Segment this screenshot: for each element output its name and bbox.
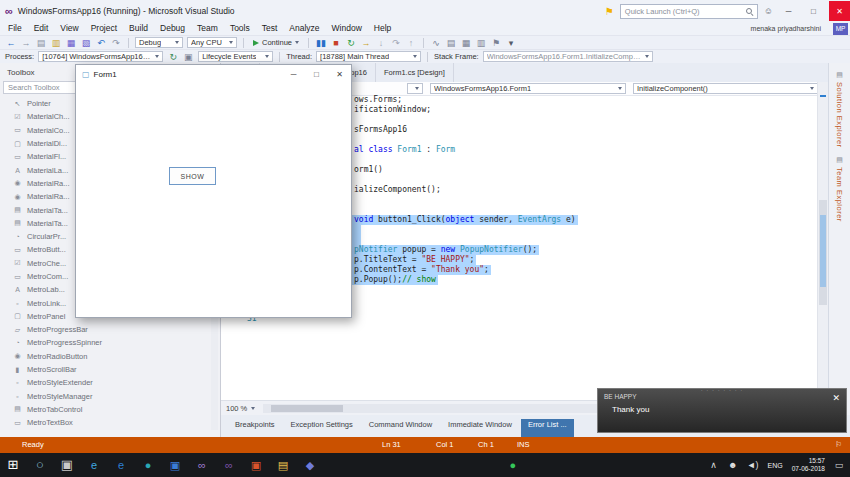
- notification-flag-icon[interactable]: ⚑: [605, 6, 614, 17]
- process-dropdown[interactable]: [10764] WindowsFormsApp16.exe: [38, 51, 163, 62]
- member-dropdown[interactable]: InitializeComponent(): [633, 83, 818, 94]
- minimize-button[interactable]: ─: [779, 1, 798, 21]
- toolbox-item[interactable]: ▮ MetroScrollBar: [0, 363, 220, 376]
- green-app-icon[interactable]: ●: [506, 453, 520, 477]
- user-avatar[interactable]: MP: [833, 23, 848, 35]
- menu-item[interactable]: File: [2, 22, 28, 35]
- toolbox-item[interactable]: ▫ MetroStyleManager: [0, 390, 220, 403]
- menu-item[interactable]: View: [54, 22, 84, 35]
- output-window-icon[interactable]: ▥: [475, 37, 487, 49]
- status-notification-icon[interactable]: ⚐: [835, 437, 842, 453]
- toolbox-item[interactable]: ▱ MetroProgressBar: [0, 323, 220, 336]
- form-close-button[interactable]: ✕: [328, 65, 351, 84]
- menu-item[interactable]: Team: [191, 22, 224, 35]
- toolbox-item[interactable]: ◔ MetroProgressSpinner: [0, 336, 220, 349]
- break-all-icon[interactable]: ▮▮: [315, 37, 327, 49]
- snapshot-icon[interactable]: ▣: [182, 51, 194, 63]
- stack-frame-dropdown[interactable]: WindowsFormsApp16.Form1.InitializeCompon…: [483, 51, 653, 62]
- step-into-icon[interactable]: ↓: [375, 37, 387, 49]
- menu-item[interactable]: Tools: [224, 22, 256, 35]
- forward-icon[interactable]: →: [20, 37, 32, 49]
- tray-chevron-icon[interactable]: ∧: [709, 453, 719, 477]
- code-line: sFormsApp16: [352, 125, 816, 135]
- show-next-statement-icon[interactable]: →: [360, 37, 372, 49]
- teal-app-icon[interactable]: ●: [141, 453, 155, 477]
- bottom-panel-tab[interactable]: Exception Settings: [284, 419, 360, 437]
- vs-installer-icon[interactable]: ◆: [303, 453, 317, 477]
- stop-icon[interactable]: ■: [330, 37, 342, 49]
- new-file-icon[interactable]: ▤: [35, 37, 47, 49]
- menu-item[interactable]: Project: [85, 22, 123, 35]
- form1-titlebar[interactable]: ▢ Form1 ─ □ ✕: [76, 65, 351, 84]
- platform-dropdown[interactable]: Any CPU: [187, 37, 237, 48]
- zoom-level[interactable]: 100 %: [226, 404, 247, 413]
- menu-item[interactable]: Build: [123, 22, 154, 35]
- bottom-panel-tab[interactable]: Breakpoints: [228, 419, 282, 437]
- quick-launch-input[interactable]: Quick Launch (Ctrl+Q): [620, 4, 758, 19]
- menu-item[interactable]: Analyze: [283, 22, 325, 35]
- form-maximize-button[interactable]: □: [305, 65, 328, 84]
- redo-icon[interactable]: ↷: [110, 37, 122, 49]
- continue-button[interactable]: Continue: [250, 38, 302, 47]
- internet-explorer-icon[interactable]: e: [114, 453, 128, 477]
- autohide-tab[interactable]: ▤ Solution Explorer: [829, 71, 850, 148]
- close-button[interactable]: ✕: [829, 1, 850, 21]
- autohide-tab[interactable]: ▤ Team Explorer: [829, 156, 850, 222]
- menu-item[interactable]: Help: [368, 22, 397, 35]
- menu-item[interactable]: Edit: [28, 22, 55, 35]
- feedback-icon[interactable]: ☺: [764, 6, 773, 16]
- save-all-icon[interactable]: ▧: [80, 37, 92, 49]
- edge-icon[interactable]: e: [87, 453, 101, 477]
- visual-studio-icon[interactable]: ∞: [195, 453, 209, 477]
- configuration-dropdown[interactable]: Debug: [135, 37, 183, 48]
- editor-scrollbar[interactable]: [817, 82, 828, 400]
- properties-icon[interactable]: ▦: [460, 37, 472, 49]
- blue-app-icon[interactable]: ▣: [168, 453, 182, 477]
- bottom-panel-tab[interactable]: Command Window: [362, 419, 439, 437]
- class-dropdown[interactable]: WindowsFormsApp16.Form1: [430, 83, 626, 94]
- toolbox-item[interactable]: ▤ MetroTabControl: [0, 403, 220, 416]
- open-file-icon[interactable]: ▥: [50, 37, 62, 49]
- visual-studio-2-icon[interactable]: ∞: [222, 453, 236, 477]
- undo-icon[interactable]: ↶: [95, 37, 107, 49]
- orange-app-icon[interactable]: ▣: [249, 453, 263, 477]
- overflow-icon[interactable]: ▾: [505, 37, 517, 49]
- project-dropdown[interactable]: [407, 83, 423, 94]
- show-button[interactable]: SHOW: [169, 167, 216, 185]
- people-icon[interactable]: ☻: [728, 453, 738, 477]
- action-center-icon[interactable]: ▭: [834, 453, 844, 477]
- flag-icon[interactable]: ⚑: [490, 37, 502, 49]
- toolbox-item[interactable]: ▭ MetroTextBox: [0, 416, 220, 429]
- scrollbar-thumb[interactable]: [271, 405, 343, 412]
- menu-item[interactable]: Debug: [154, 22, 191, 35]
- clock[interactable]: 15:57 07-06-2018: [792, 457, 825, 473]
- bottom-panel-tab[interactable]: Error List ...: [521, 419, 574, 437]
- save-icon[interactable]: ▦: [65, 37, 77, 49]
- refresh-icon[interactable]: ↻: [167, 51, 179, 63]
- form-minimize-button[interactable]: ─: [282, 65, 305, 84]
- menu-item[interactable]: Test: [256, 22, 284, 35]
- autohide-tab-label: Team Explorer: [835, 167, 844, 222]
- toolbox-item[interactable]: ◉ MetroRadioButton: [0, 350, 220, 363]
- maximize-button[interactable]: □: [804, 1, 823, 21]
- back-icon[interactable]: ←: [5, 37, 17, 49]
- start-button[interactable]: ⊞: [6, 453, 20, 477]
- diagnostics-icon[interactable]: ∿: [430, 37, 442, 49]
- restart-icon[interactable]: ↻: [345, 37, 357, 49]
- thread-dropdown[interactable]: [18788] Main Thread: [316, 51, 421, 62]
- task-view-icon[interactable]: ▣: [60, 453, 74, 477]
- file-explorer-icon[interactable]: ▤: [276, 453, 290, 477]
- menu-item[interactable]: Window: [326, 22, 368, 35]
- toolbox-item[interactable]: ▫ MetroStyleExtender: [0, 376, 220, 389]
- step-out-icon[interactable]: ↑: [405, 37, 417, 49]
- language-indicator[interactable]: ENG: [768, 462, 783, 469]
- lifecycle-events-dropdown[interactable]: Lifecycle Events: [198, 51, 273, 62]
- solution-explorer-icon[interactable]: ▤: [445, 37, 457, 49]
- code-area[interactable]: ows.Forms;ificationWindow;sFormsApp16al …: [352, 95, 816, 285]
- bottom-panel-tab[interactable]: Immediate Window: [441, 419, 519, 437]
- speaker-icon[interactable]: ◄): [747, 453, 759, 477]
- document-tab[interactable]: Form1.cs [Design]: [376, 63, 454, 82]
- step-over-icon[interactable]: ↷: [390, 37, 402, 49]
- cortana-search-icon[interactable]: ○: [33, 453, 47, 477]
- popup-close-button[interactable]: ✕: [832, 393, 840, 403]
